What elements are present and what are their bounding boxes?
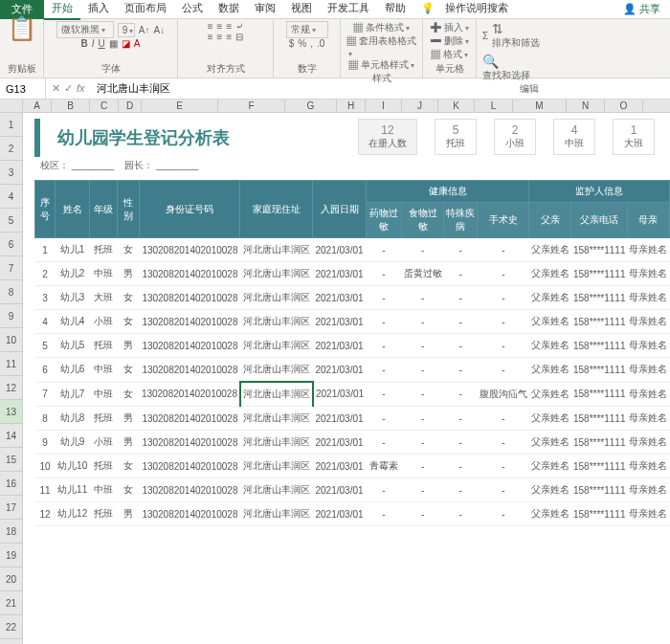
worksheet[interactable]: ABCDEFGHIJKLMNO 123456789101112131415161…	[0, 100, 670, 644]
font-name[interactable]: 微软雅黑	[56, 21, 114, 38]
row-14[interactable]: 14	[0, 424, 23, 448]
tab-review[interactable]: 审阅	[247, 0, 283, 20]
row-20[interactable]: 20	[0, 567, 23, 591]
bold-icon[interactable]: B	[81, 38, 88, 49]
autosum-icon[interactable]: Σ	[482, 31, 488, 41]
sort-filter[interactable]: ⇅排序和筛选	[492, 21, 540, 50]
percent-icon[interactable]: %	[298, 38, 306, 49]
delete-cells[interactable]: ➖ 删除	[430, 34, 469, 48]
table-row[interactable]: 10幼儿10托班女130208201402010028河北唐山丰润区2021/0…	[35, 455, 670, 478]
cell-style[interactable]: ▦ 单元格样式	[348, 58, 414, 72]
row-5[interactable]: 5	[0, 209, 23, 233]
insert-cells[interactable]: ➕ 插入	[430, 21, 469, 34]
tab-formula[interactable]: 公式	[174, 0, 211, 20]
find-select[interactable]: 🔍查找和选择	[482, 54, 530, 82]
tab-dev[interactable]: 开发工具	[320, 0, 377, 20]
row-6[interactable]: 6	[0, 233, 23, 256]
col-F[interactable]: F	[218, 100, 285, 112]
row-10[interactable]: 10	[0, 328, 23, 352]
row-3[interactable]: 3	[0, 161, 23, 185]
table-row[interactable]: 4幼儿4小班女130208201402010028河北唐山丰润区2021/03/…	[35, 310, 670, 334]
align-left-icon[interactable]: ≡	[208, 32, 213, 42]
col-E[interactable]: E	[142, 100, 218, 112]
font-size[interactable]: 9	[118, 23, 135, 37]
col-M[interactable]: M	[513, 100, 567, 112]
col-I[interactable]: I	[366, 100, 402, 112]
col-A[interactable]: A	[23, 100, 52, 112]
tab-help[interactable]: 帮助	[377, 0, 413, 20]
row-11[interactable]: 11	[0, 352, 23, 376]
row-7[interactable]: 7	[0, 256, 23, 280]
table-row[interactable]: 1幼儿1托班女130208201402010028河北唐山丰润区2021/03/…	[35, 238, 670, 262]
col-N[interactable]: N	[567, 100, 605, 112]
table-row[interactable]: 2幼儿2中班男130208201402010028河北唐山丰润区2021/03/…	[35, 262, 670, 286]
table-row[interactable]: 5幼儿5托班男130208201402010028河北唐山丰润区2021/03/…	[35, 334, 670, 358]
row-18[interactable]: 18	[0, 520, 23, 544]
number-format[interactable]: 常规	[286, 21, 328, 38]
tab-home[interactable]: 开始	[44, 0, 80, 20]
align-center-icon[interactable]: ≡	[217, 32, 223, 42]
col-J[interactable]: J	[402, 100, 438, 112]
decrease-font-icon[interactable]: A↓	[154, 25, 166, 35]
row-17[interactable]: 17	[0, 496, 23, 520]
table-row[interactable]: 12幼儿12托班男130208201402010028河北唐山丰润区2021/0…	[35, 502, 670, 526]
row-22[interactable]: 22	[0, 615, 23, 639]
fx-icon[interactable]: fx	[77, 82, 85, 95]
row-19[interactable]: 19	[0, 544, 23, 567]
cond-format[interactable]: ▦ 条件格式	[353, 21, 410, 34]
row-21[interactable]: 21	[0, 591, 23, 615]
col-G[interactable]: G	[285, 100, 337, 112]
tab-layout[interactable]: 页面布局	[117, 0, 174, 20]
merge-icon[interactable]: ⊟	[235, 32, 243, 42]
wrap-icon[interactable]: ⤶	[235, 21, 243, 32]
row-9[interactable]: 9	[0, 304, 23, 328]
comma-icon[interactable]: ,	[310, 38, 313, 49]
format-cells[interactable]: ▦ 格式	[431, 48, 468, 61]
table-row[interactable]: 8幼儿8托班男130208201402010028河北唐山丰润区2021/03/…	[35, 407, 670, 431]
cancel-icon[interactable]: ✕	[52, 82, 60, 95]
inc-dec-icon[interactable]: .0	[317, 38, 324, 49]
increase-font-icon[interactable]: A↑	[139, 25, 150, 35]
align-top-icon[interactable]: ≡	[208, 21, 213, 32]
tell-me[interactable]: 💡 操作说明搜索	[413, 0, 524, 20]
tab-data[interactable]: 数据	[211, 0, 247, 20]
row-23[interactable]: 23	[0, 639, 23, 644]
align-right-icon[interactable]: ≡	[226, 32, 232, 42]
row-13[interactable]: 13	[0, 400, 23, 424]
row-15[interactable]: 15	[0, 448, 23, 472]
table-row[interactable]: 11幼儿11中班女130208201402010028河北唐山丰润区2021/0…	[35, 478, 670, 502]
col-C[interactable]: C	[90, 100, 119, 112]
paste-icon[interactable]: 📋	[14, 21, 30, 36]
enter-icon[interactable]: ✓	[64, 82, 73, 95]
col-K[interactable]: K	[438, 100, 475, 112]
align-bot-icon[interactable]: ≡	[226, 21, 232, 32]
formula-value[interactable]: 河北唐山丰润区	[91, 81, 176, 96]
name-box[interactable]: G13	[0, 78, 46, 99]
italic-icon[interactable]: I	[92, 38, 95, 49]
col-L[interactable]: L	[475, 100, 513, 112]
table-row[interactable]: 7幼儿7中班女130208201402010028河北唐山丰润区2021/03/…	[35, 382, 670, 407]
row-4[interactable]: 4	[0, 185, 23, 209]
currency-icon[interactable]: $	[289, 38, 295, 49]
col-O[interactable]: O	[605, 100, 643, 112]
table-row[interactable]: 3幼儿3大班女130208201402010028河北唐山丰润区2021/03/…	[35, 286, 670, 310]
align-mid-icon[interactable]: ≡	[217, 21, 223, 32]
fill-color-icon[interactable]: ◪	[122, 38, 130, 49]
table-format[interactable]: ▦ 套用表格格式	[346, 34, 416, 58]
border-icon[interactable]: ▦	[109, 38, 118, 49]
table-row[interactable]: 6幼儿6中班女130208201402010028河北唐山丰润区2021/03/…	[35, 358, 670, 383]
row-2[interactable]: 2	[0, 137, 23, 161]
tab-view[interactable]: 视图	[283, 0, 320, 20]
row-12[interactable]: 12	[0, 376, 23, 400]
row-1[interactable]: 1	[0, 113, 23, 137]
col-D[interactable]: D	[119, 100, 142, 112]
share-button[interactable]: 👤 共享	[614, 0, 670, 19]
col-B[interactable]: B	[52, 100, 90, 112]
table-row[interactable]: 9幼儿9小班男130208201402010028河北唐山丰润区2021/03/…	[35, 431, 670, 455]
col-H[interactable]: H	[337, 100, 366, 112]
row-16[interactable]: 16	[0, 472, 23, 496]
row-8[interactable]: 8	[0, 280, 23, 304]
tab-insert[interactable]: 插入	[80, 0, 117, 20]
font-color-icon[interactable]: A	[134, 38, 141, 49]
underline-icon[interactable]: U	[99, 38, 105, 49]
